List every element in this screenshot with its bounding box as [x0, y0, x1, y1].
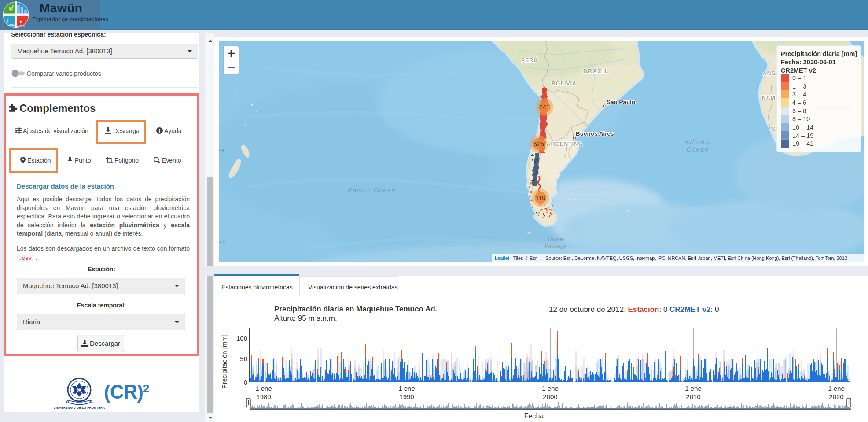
svg-text:CR2MET v2: CR2MET v2: [781, 67, 816, 74]
svg-text:✦: ✦: [18, 19, 23, 25]
svg-text:i: i: [159, 128, 160, 133]
svg-text:0 – 1: 0 – 1: [792, 74, 806, 81]
svg-text:✳: ✳: [11, 4, 15, 8]
svg-text:Drake: Drake: [548, 236, 563, 242]
svg-text:Fecha: 2020-06-01: Fecha: 2020-06-01: [781, 59, 836, 66]
svg-text:6 – 8: 6 – 8: [792, 107, 806, 115]
svg-text:Atlantic: Atlantic: [684, 138, 711, 145]
svg-text:Precipitación diaria [mm]: Precipitación diaria [mm]: [781, 50, 857, 57]
svg-text:19 – 41: 19 – 41: [792, 140, 813, 147]
svg-text:BRAZIL: BRAZIL: [583, 68, 609, 74]
svg-text:110: 110: [535, 194, 545, 201]
svg-text:PERÚ: PERÚ: [521, 57, 538, 63]
svg-text:525: 525: [533, 141, 544, 148]
svg-text:3 – 4: 3 – 4: [792, 91, 806, 98]
svg-text:Passage: Passage: [544, 243, 567, 249]
svg-text:Leaflet | Tiles © Esri — Sourc: Leaflet | Tiles © Esri — Source: Esri, D…: [495, 255, 847, 261]
svg-text:241: 241: [539, 104, 550, 111]
svg-text:BOLIVIA: BOLIVIA: [552, 81, 577, 87]
svg-text:Pacific Ocean: Pacific Ocean: [348, 187, 396, 194]
svg-text:8 – 10: 8 – 10: [792, 115, 810, 122]
svg-text:10 – 14: 10 – 14: [792, 124, 813, 131]
svg-text:4 – 6: 4 – 6: [792, 99, 806, 106]
svg-text:14 – 19: 14 – 19: [792, 132, 813, 139]
svg-text:Ocean: Ocean: [687, 146, 709, 153]
svg-text:1 – 3: 1 – 3: [792, 83, 806, 90]
svg-text:cean: cean: [219, 239, 226, 246]
svg-text:Sao Paulo: Sao Paulo: [607, 99, 635, 105]
svg-text:ea: ea: [219, 147, 225, 154]
svg-text:Buenos Aires: Buenos Aires: [576, 130, 614, 137]
svg-text:ARGENTINA: ARGENTINA: [547, 141, 583, 147]
